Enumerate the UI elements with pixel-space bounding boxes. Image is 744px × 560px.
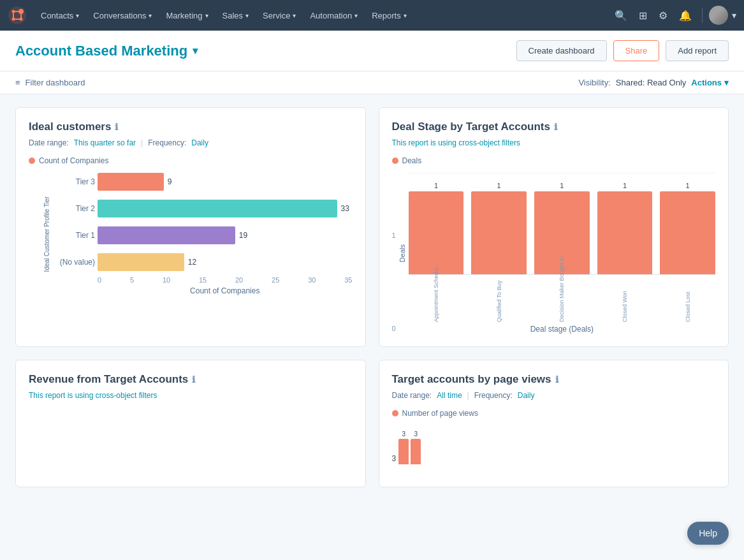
y-label: 3 (392, 454, 397, 463)
revenue-card: Revenue from Target Accounts ℹ This repo… (15, 360, 366, 487)
page-views-chart: 3 3 3 (392, 425, 716, 464)
info-icon[interactable]: ℹ (115, 122, 118, 132)
deal-stage-title: Deal Stage by Target Accounts ℹ (392, 121, 716, 133)
bar-value: 1 (686, 182, 690, 189)
actions-button[interactable]: Actions ▾ (691, 78, 729, 87)
nav-reports[interactable]: Reports ▾ (365, 7, 413, 24)
y-tick-0: 0 (392, 325, 396, 332)
visibility-value: Shared: Read Only (616, 78, 687, 87)
info-icon[interactable]: ℹ (192, 374, 195, 385)
bar-value: 1 (623, 182, 627, 189)
bar-value: 1 (497, 182, 501, 189)
bar-label: Tier 1 (52, 231, 95, 240)
x-axis-ticks: 05101520253035 (98, 276, 353, 284)
bar-value: 1 (560, 182, 564, 189)
grid-line (409, 173, 715, 173)
bar-label: Tier 2 (52, 204, 95, 213)
nav-divider (702, 8, 703, 23)
x-axis-title: Count of Companies (98, 286, 353, 295)
nav-items: Contacts ▾ Conversations ▾ Marketing ▾ S… (34, 7, 611, 24)
filter-label: Filter dashboard (26, 78, 85, 87)
bar-5 (660, 191, 715, 274)
nav-automation[interactable]: Automation ▾ (303, 7, 364, 24)
settings-button[interactable]: ⚙ (655, 6, 671, 26)
nav-contacts[interactable]: Contacts ▾ (34, 7, 85, 24)
cross-filter-note: This report is using cross-object filter… (29, 391, 353, 400)
revenue-title: Revenue from Target Accounts ℹ (29, 373, 353, 386)
nav-sales[interactable]: Sales ▾ (216, 7, 256, 24)
ideal-customers-title: Ideal customers ℹ (29, 121, 353, 133)
chevron-down-icon: ▾ (149, 12, 152, 19)
x-axis-labels: Appointment Schedul... Qualified To Buy … (409, 275, 715, 322)
bar-value: 33 (341, 204, 349, 213)
share-button[interactable]: Share (613, 40, 660, 61)
notifications-button[interactable]: 🔔 (675, 6, 696, 26)
bar-value: 9 (168, 177, 172, 186)
search-button[interactable]: 🔍 (611, 6, 631, 26)
page-views-card: Target accounts by page views ℹ Date ran… (379, 360, 729, 487)
y-tick-1: 1 (392, 232, 396, 239)
deal-stage-legend: Deals (392, 156, 716, 165)
filter-right: Visibility: Shared: Read Only Actions ▾ (578, 78, 729, 87)
nav-marketing[interactable]: Marketing ▾ (159, 7, 214, 24)
ideal-customers-meta: Date range: This quarter so far | Freque… (29, 138, 353, 147)
dashboard-content: Ideal customers ℹ Date range: This quart… (0, 94, 744, 500)
bar-tier1 (98, 226, 235, 244)
bar-tier3 (98, 173, 164, 191)
chevron-down-icon: ▾ (76, 12, 79, 19)
filter-bar: ≡ Filter dashboard Visibility: Shared: R… (0, 71, 744, 94)
bar-tier2 (98, 200, 337, 217)
page-views-meta: Date range: All time | Frequency: Daily (392, 391, 716, 400)
ideal-customers-legend: Count of Companies (29, 156, 353, 165)
bar-novalue (98, 253, 184, 271)
legend-dot (29, 158, 35, 164)
legend-dot (392, 410, 398, 416)
chevron-down-icon: ▾ (293, 12, 296, 19)
x-label: Closed Lost (685, 277, 691, 322)
info-icon[interactable]: ℹ (554, 122, 557, 132)
x-label: Appointment Schedul... (433, 277, 439, 322)
chevron-down-icon: ▾ (205, 12, 208, 19)
svg-point-0 (8, 6, 26, 24)
y-axis-title: Deals (398, 244, 406, 262)
avatar[interactable] (709, 6, 728, 25)
top-navigation: Contacts ▾ Conversations ▾ Marketing ▾ S… (0, 0, 744, 31)
filter-icon: ≡ (15, 78, 20, 87)
bar-label: (No value) (52, 258, 95, 267)
chevron-down-icon: ▾ (245, 12, 249, 19)
bar-1 (409, 191, 464, 274)
bar-4 (597, 191, 653, 274)
chevron-down-icon: ▾ (724, 78, 729, 87)
dashboard-title[interactable]: Account Based Marketing ▾ (15, 43, 198, 59)
create-dashboard-button[interactable]: Create dashboard (516, 40, 607, 61)
add-report-button[interactable]: Add report (666, 40, 729, 61)
nav-right-icons: 🔍 ⊞ ⚙ 🔔 ▾ (611, 6, 736, 26)
bar-value: 12 (188, 258, 196, 267)
nav-conversations[interactable]: Conversations ▾ (87, 7, 158, 24)
ideal-customers-card: Ideal customers ℹ Date range: This quart… (15, 107, 366, 347)
deal-stage-card: Deal Stage by Target Accounts ℹ This rep… (379, 107, 729, 347)
dashboard-title-text: Account Based Marketing (15, 43, 187, 59)
bar-value: 19 (239, 231, 247, 240)
info-icon[interactable]: ℹ (555, 374, 558, 385)
y-axis-title: Ideal Customer Profile Tier (43, 196, 50, 272)
x-label: Closed Won (622, 277, 628, 322)
hubspot-logo[interactable] (8, 6, 27, 25)
filter-dashboard-button[interactable]: ≡ Filter dashboard (15, 78, 85, 87)
chevron-down-icon: ▾ (404, 12, 407, 19)
nav-service[interactable]: Service ▾ (256, 7, 302, 24)
x-axis-title: Deal stage (Deals) (409, 325, 715, 334)
grid-button[interactable]: ⊞ (635, 6, 651, 26)
bar-label: Tier 3 (52, 177, 95, 186)
chevron-down-icon[interactable]: ▾ (193, 45, 198, 57)
bar-2 (471, 191, 527, 274)
bar-value: 1 (434, 182, 438, 189)
x-label: Qualified To Buy (496, 277, 502, 322)
mini-bar (411, 439, 421, 464)
header-actions: Create dashboard Share Add report (516, 40, 729, 61)
visibility-label: Visibility: (578, 78, 610, 87)
mini-bar (398, 439, 409, 464)
header-bar: Account Based Marketing ▾ Create dashboa… (0, 31, 744, 71)
avatar-chevron-icon[interactable]: ▾ (732, 10, 736, 20)
page-views-legend: Number of page views (392, 409, 716, 418)
